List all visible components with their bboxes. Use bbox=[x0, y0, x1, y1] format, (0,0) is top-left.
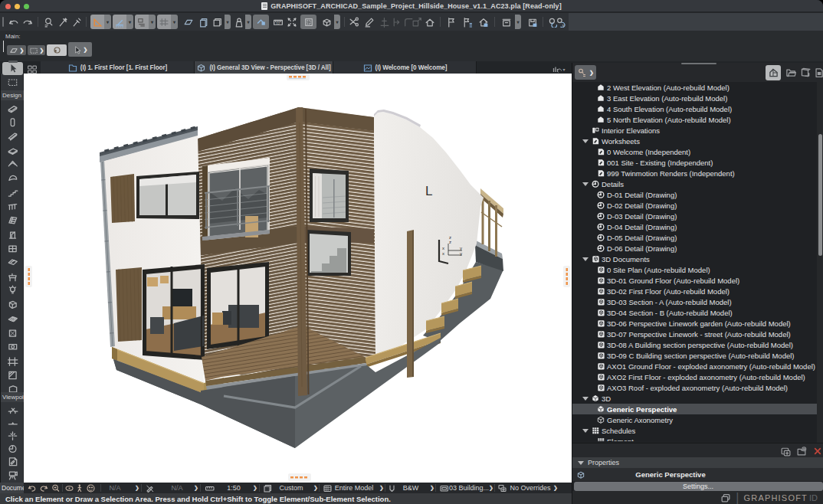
tool-lamp[interactable] bbox=[1, 284, 24, 298]
home-story-button[interactable] bbox=[424, 15, 436, 29]
section-marker-bottom[interactable] bbox=[288, 473, 311, 481]
tree-item[interactable]: 0 Welcome (Independent) bbox=[572, 146, 818, 157]
tab-1[interactable]: (I) 1. First Floor [1. First Floor] bbox=[41, 61, 195, 74]
quickbar-value-model-view[interactable]: 03 Building... bbox=[449, 483, 489, 493]
adjust-button[interactable] bbox=[363, 15, 375, 29]
pen-set-icon[interactable] bbox=[387, 483, 397, 493]
publisher-sets-button[interactable] bbox=[811, 65, 823, 80]
element-settings-button[interactable] bbox=[233, 15, 245, 29]
navigator-grip[interactable] bbox=[681, 63, 716, 64]
quickbar-value-overrides[interactable]: No Overrides bbox=[510, 483, 550, 493]
clone-folder-button[interactable] bbox=[780, 446, 791, 457]
tree-item[interactable]: 3 East Elevation (Auto-rebuild Model) bbox=[572, 93, 818, 103]
zoom-in-icon[interactable] bbox=[51, 483, 61, 493]
trace-reference-button[interactable] bbox=[198, 15, 210, 29]
element-settings-dropdown[interactable]: ▾ bbox=[245, 15, 251, 29]
tree-item[interactable]: 3D bbox=[572, 393, 818, 404]
tool-interior-elevation[interactable] bbox=[1, 429, 24, 443]
grid-snap-toggle[interactable] bbox=[157, 15, 171, 29]
resize-button[interactable] bbox=[411, 15, 422, 29]
view-map-button[interactable] bbox=[782, 65, 798, 80]
settings-button[interactable]: Settings... bbox=[574, 482, 823, 491]
arrow-default-button[interactable]: ❯ bbox=[68, 42, 92, 57]
tree-item[interactable]: Element bbox=[572, 436, 818, 441]
dimension-units-button[interactable]: 12 bbox=[271, 15, 284, 29]
archive-button[interactable] bbox=[500, 15, 513, 29]
undo-button[interactable] bbox=[8, 15, 20, 29]
toolbar-grip[interactable] bbox=[2, 17, 4, 27]
overrides-icon[interactable] bbox=[497, 483, 507, 493]
teamwork-receive-button[interactable]: s bbox=[555, 15, 567, 29]
pickup-parameters-button[interactable] bbox=[57, 15, 69, 29]
renovation-filter-button[interactable] bbox=[253, 15, 269, 29]
grid-snap-dropdown[interactable]: ▾ bbox=[171, 15, 178, 29]
quickbar-chevron[interactable]: ❯ bbox=[379, 483, 384, 493]
tree-item[interactable]: 4 South Elevation (Auto-rebuild Model) bbox=[572, 103, 818, 114]
tool-zone[interactable] bbox=[1, 326, 24, 340]
tool-curtain-wall[interactable] bbox=[1, 214, 24, 227]
layout-book-button[interactable] bbox=[797, 65, 812, 80]
tool-skylight[interactable] bbox=[1, 256, 24, 270]
marquee-selection-button[interactable]: ❯ bbox=[28, 45, 45, 55]
section-marker-top[interactable] bbox=[287, 74, 310, 80]
flag-list-button[interactable] bbox=[461, 15, 474, 29]
skew-icon[interactable] bbox=[182, 15, 195, 29]
tree-item[interactable]: 999 Twinmotion Renders (Independent) bbox=[572, 168, 818, 178]
tree-item[interactable]: 3D-03 Section - A (Auto-rebuild Model) bbox=[572, 296, 818, 307]
orbit-icon[interactable] bbox=[64, 483, 74, 493]
tree-item[interactable]: Generic Perspective bbox=[572, 404, 818, 414]
tree-item[interactable]: AXO2 First Floor - exploded axonometry (… bbox=[572, 371, 818, 382]
inject-parameters-button[interactable] bbox=[70, 15, 83, 29]
tree-item[interactable]: 3D-09 C Building section perspective (Au… bbox=[572, 350, 818, 361]
find-select-button[interactable] bbox=[43, 15, 55, 29]
quickbar-value-layers[interactable]: Custom bbox=[279, 483, 303, 493]
tree-item[interactable]: 3D-07 Perspective Linework - street (Aut… bbox=[572, 329, 818, 339]
quickbar-value-pen-set[interactable]: B&W bbox=[403, 483, 419, 493]
scale-ruler-icon[interactable] bbox=[205, 483, 215, 493]
toolbox-section-document[interactable]: Docume bbox=[0, 483, 24, 493]
gravity-toggle[interactable] bbox=[135, 15, 149, 29]
tree-item[interactable]: 0 Site Plan (Auto-rebuild Model) bbox=[572, 264, 818, 275]
tool-elevation[interactable] bbox=[1, 416, 24, 430]
tree-item[interactable]: D-01 Detail (Drawing) bbox=[572, 189, 818, 200]
tree-item[interactable]: 5 North Elevation (Auto-rebuild Model) bbox=[572, 114, 818, 125]
tree-item[interactable]: 3D-02 First Floor (Auto-rebuild Model) bbox=[572, 286, 818, 296]
split-button[interactable] bbox=[392, 15, 402, 29]
model-view-icon[interactable] bbox=[439, 483, 449, 493]
tree-item[interactable]: 2 West Elevation (Auto-rebuild Model) bbox=[572, 82, 818, 93]
quickbar-chevron[interactable]: ❯ bbox=[489, 483, 493, 493]
snap-guides-toggle[interactable] bbox=[113, 15, 126, 29]
3d-cutaway-dropdown[interactable]: ▾ bbox=[334, 15, 340, 29]
quickbar-chevron[interactable]: ❯ bbox=[194, 483, 198, 493]
properties-header[interactable]: Properties bbox=[572, 457, 823, 468]
tool-morph[interactable] bbox=[1, 298, 24, 312]
tool-grid-element[interactable] bbox=[1, 354, 24, 368]
3d-cutaway-button[interactable] bbox=[320, 15, 333, 29]
home-cloud-button[interactable] bbox=[477, 15, 490, 29]
disclosure-triangle[interactable] bbox=[582, 429, 589, 433]
toolbox-section-design[interactable]: Design bbox=[1, 90, 24, 100]
tool-slab[interactable] bbox=[1, 143, 24, 157]
disclosure-triangle[interactable] bbox=[582, 257, 589, 261]
tool-stair[interactable] bbox=[1, 185, 24, 199]
zoom-selected-button[interactable] bbox=[300, 15, 316, 29]
tree-item[interactable]: D-06 Detail (Drawing) bbox=[572, 243, 818, 254]
quickbar-chevron[interactable]: ❯ bbox=[553, 483, 558, 493]
disclosure-triangle[interactable] bbox=[582, 139, 589, 143]
trim-button[interactable] bbox=[379, 15, 390, 29]
tree-item[interactable]: Details bbox=[572, 178, 818, 189]
gravity-dropdown[interactable]: ▾ bbox=[149, 15, 156, 29]
quickbar-value-selection[interactable]: N/A bbox=[109, 483, 120, 493]
flag-button[interactable] bbox=[445, 15, 457, 29]
cut-button[interactable] bbox=[348, 15, 360, 29]
quickbar-chevron[interactable]: ❯ bbox=[253, 483, 257, 493]
pen-na-icon[interactable] bbox=[145, 483, 155, 493]
layers-dropdown[interactable]: ▾ bbox=[225, 15, 231, 29]
archive-dropdown[interactable]: ▾ bbox=[515, 15, 521, 29]
tree-item[interactable]: AXO3 Roof - exploded axonometry (Auto-re… bbox=[572, 382, 818, 393]
tree-item[interactable]: D-04 Detail (Drawing) bbox=[572, 221, 818, 232]
tab-2[interactable]: (I) General 3D View - Perspective [3D / … bbox=[195, 61, 333, 74]
new-folder-button[interactable] bbox=[796, 446, 807, 457]
disclosure-triangle[interactable] bbox=[582, 397, 589, 401]
close-navigator-button[interactable] bbox=[812, 446, 823, 457]
